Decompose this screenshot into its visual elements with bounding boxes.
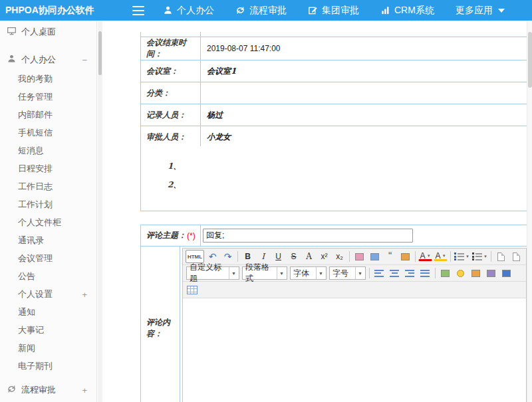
emoticon-icon xyxy=(457,270,464,277)
sidebar-item-contacts[interactable]: 通讯录 xyxy=(0,231,96,249)
sidebar-section-label: 流程审批 xyxy=(21,384,56,396)
preview-button[interactable] xyxy=(509,250,523,263)
unordered-list-button[interactable]: ▼ xyxy=(471,250,488,263)
superscript-button[interactable]: x² xyxy=(317,250,331,263)
subscript-button[interactable]: x₂ xyxy=(332,250,346,263)
nav-workflow-approval[interactable]: 流程审批 xyxy=(235,5,287,17)
sidebar-item-events[interactable]: 大事记 xyxy=(0,321,96,339)
nav-label: 流程审批 xyxy=(249,5,287,17)
sidebar-item-personal-settings[interactable]: 个人设置 + xyxy=(0,285,96,303)
comment-content-label: 评论内容： xyxy=(141,247,180,402)
sidebar-item-notice[interactable]: 通知 xyxy=(0,303,96,321)
format-painter-button[interactable] xyxy=(368,250,382,263)
sidebar-item-sms[interactable]: 手机短信 xyxy=(0,124,96,142)
strikethrough-button[interactable]: S xyxy=(287,250,301,263)
nav-label: CRM系统 xyxy=(394,5,434,17)
highlight-color-button[interactable]: A▼ xyxy=(434,252,448,261)
sidebar-section-personal-office[interactable]: 个人办公 − xyxy=(0,50,96,70)
comment-form: 评论主题：(*) 评论内容： HTML ↶ ↷ xyxy=(140,225,527,402)
chevron-down-icon xyxy=(498,9,505,13)
top-navigation-bar: PHPOA协同办公软件 个人办公 流程审批 集团审批 xyxy=(0,0,532,21)
italic-button[interactable]: I xyxy=(256,250,270,263)
main-scrollbar[interactable] xyxy=(527,21,532,402)
blockquote-button[interactable]: “ xyxy=(383,250,397,263)
comment-subject-input[interactable] xyxy=(203,229,413,243)
sidebar-item-schedule[interactable]: 日程安排 xyxy=(0,159,96,177)
font-family-select[interactable]: 字体 ▼ xyxy=(290,266,327,280)
sidebar-item-internal-mail[interactable]: 内部邮件 xyxy=(0,106,96,124)
nav-crm-system[interactable]: CRM系统 xyxy=(380,5,434,17)
sidebar-item-meeting-management[interactable]: 会议管理 xyxy=(0,249,96,267)
sidebar-scrollbar-thumb[interactable] xyxy=(98,31,102,75)
nav-label: 个人办公 xyxy=(177,5,214,17)
remove-format-button[interactable] xyxy=(352,250,366,263)
table-row: 分类： xyxy=(141,82,527,104)
sidebar-item-work-log[interactable]: 工作日志 xyxy=(0,177,96,195)
font-size-select[interactable]: 字号 ▼ xyxy=(329,266,366,280)
paragraph-format-select[interactable]: 段落格式 ▼ xyxy=(242,266,287,280)
editor-toolbar-row2: 自定义标题 ▼ 段落格式 ▼ 字体 ▼ xyxy=(183,265,526,282)
editor-toolbar-row1: HTML ↶ ↷ B I U S A x² x₂ xyxy=(183,249,526,265)
insert-image-button[interactable] xyxy=(398,250,412,263)
sidebar-item-label: 日程安排 xyxy=(18,163,53,175)
insert-link-button[interactable] xyxy=(438,266,452,280)
insert-flash-button[interactable] xyxy=(484,266,498,280)
app-logo: PHPOA协同办公软件 xyxy=(0,5,102,17)
new-document-button[interactable] xyxy=(494,250,508,263)
chevron-down-icon: ▼ xyxy=(277,267,284,279)
html-source-button[interactable]: HTML xyxy=(186,250,204,263)
sidebar-section-workflow[interactable]: 流程审批 + xyxy=(0,380,96,400)
nav-group-approval[interactable]: 集团审批 xyxy=(308,5,359,17)
chevron-down-icon: ▼ xyxy=(483,254,487,258)
insert-media-button[interactable] xyxy=(499,266,513,280)
sidebar-item-label: 个人设置 xyxy=(18,288,53,300)
sidebar-item-file-cabinet[interactable]: 个人文件柜 xyxy=(0,213,96,231)
sidebar-item-e-journal[interactable]: 电子期刊 xyxy=(0,357,96,375)
expand-toggle[interactable]: + xyxy=(82,289,87,299)
align-right-button[interactable] xyxy=(403,266,417,280)
page-icon xyxy=(513,252,520,261)
insert-emoticon-button[interactable] xyxy=(454,266,467,280)
undo-button[interactable]: ↶ xyxy=(205,250,219,263)
sidebar-item-label: 内部邮件 xyxy=(18,109,53,121)
expand-toggle[interactable]: + xyxy=(82,385,87,395)
sidebar-scrollbar[interactable] xyxy=(98,21,102,402)
collapse-toggle[interactable]: − xyxy=(82,55,87,65)
redo-button[interactable]: ↷ xyxy=(221,250,235,263)
underline-button[interactable]: U xyxy=(271,250,285,263)
workflow-icon xyxy=(235,5,245,15)
nav-more-apps[interactable]: 更多应用 xyxy=(456,5,505,17)
ordered-list-button[interactable]: ▼ xyxy=(454,250,470,263)
chevron-down-icon: ▼ xyxy=(316,267,323,279)
field-label: 审批人员： xyxy=(141,126,201,148)
table-row: 会议室： 会议室1 xyxy=(141,60,527,82)
heading-select[interactable]: 自定义标题 ▼ xyxy=(186,266,239,280)
image-icon xyxy=(471,270,480,277)
bold-button[interactable]: B xyxy=(241,250,255,263)
toolbar-separator xyxy=(237,251,238,262)
sidebar-item-label: 通讯录 xyxy=(18,235,44,247)
align-justify-button[interactable] xyxy=(418,266,432,280)
hamburger-menu-icon[interactable] xyxy=(132,6,144,15)
font-style-button[interactable]: A xyxy=(302,250,316,263)
editor-content-area[interactable] xyxy=(183,298,526,402)
insert-table-button[interactable] xyxy=(186,283,200,296)
sidebar-item-news[interactable]: 新闻 xyxy=(0,339,96,357)
insert-picture-button[interactable] xyxy=(469,266,483,280)
align-left-button[interactable] xyxy=(372,266,386,280)
comment-content-row: 评论内容： HTML ↶ ↷ B I U S xyxy=(141,247,527,402)
sidebar-item-tasks[interactable]: 任务管理 xyxy=(0,88,96,106)
sidebar-item-work-plan[interactable]: 工作计划 xyxy=(0,195,96,213)
sidebar-section-desktop[interactable]: 个人桌面 xyxy=(0,22,96,42)
main-scrollbar-thumb[interactable] xyxy=(528,32,532,88)
sidebar-item-short-message[interactable]: 短消息 xyxy=(0,142,96,159)
nav-personal-office[interactable]: 个人办公 xyxy=(163,5,214,17)
font-color-button[interactable]: A▼ xyxy=(418,252,432,261)
sidebar-item-announcement[interactable]: 公告 xyxy=(0,267,96,285)
link-icon xyxy=(441,270,450,277)
align-center-button[interactable] xyxy=(388,266,402,280)
table-grid-icon xyxy=(187,286,198,294)
table-row: 审批人员： 小龙女 xyxy=(141,126,527,148)
toolbar-separator xyxy=(415,251,416,262)
sidebar-item-attendance[interactable]: 我的考勤 xyxy=(0,70,96,88)
